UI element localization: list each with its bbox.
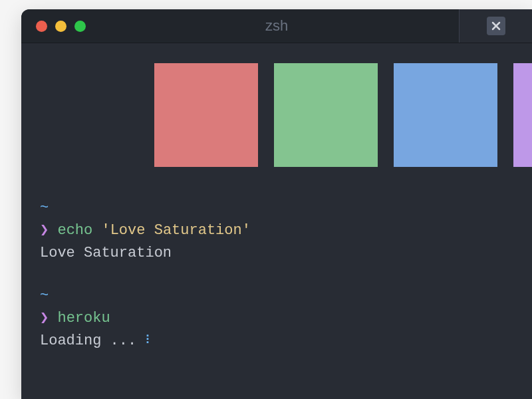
minimize-window-button[interactable] xyxy=(55,21,66,32)
command-name: echo xyxy=(57,222,92,239)
cwd-indicator: ~ xyxy=(40,287,49,304)
command-name: heroku xyxy=(57,310,110,327)
cwd-indicator: ~ xyxy=(40,200,49,216)
close-tab-button[interactable] xyxy=(487,17,505,35)
swatch-green xyxy=(274,63,378,167)
traffic-lights xyxy=(21,21,86,32)
terminal-content: ~ ❯ echo 'Love Saturation' Love Saturati… xyxy=(21,197,532,353)
command-block: ~ ❯ heroku Loading ... ⠇ xyxy=(40,285,532,352)
swatch-blue xyxy=(394,63,497,167)
close-window-button[interactable] xyxy=(36,21,47,32)
prompt-symbol: ❯ xyxy=(40,222,49,239)
swatch-red xyxy=(154,63,258,167)
command-output: Love Saturation xyxy=(40,242,532,265)
window-title: zsh xyxy=(21,17,532,35)
terminal-window: zsh ~ ❯ echo xyxy=(21,9,532,399)
loading-spinner-icon: ⠇ xyxy=(145,332,152,350)
terminal-body[interactable]: ~ ❯ echo 'Love Saturation' Love Saturati… xyxy=(21,43,532,353)
close-icon xyxy=(491,21,501,31)
command-block: ~ ❯ echo 'Love Saturation' Love Saturati… xyxy=(40,197,532,265)
maximize-window-button[interactable] xyxy=(74,21,86,32)
titlebar: zsh xyxy=(21,9,532,43)
color-swatches xyxy=(21,43,532,197)
command-output: Loading ... xyxy=(40,332,136,349)
tab-area xyxy=(459,9,532,43)
command-argument: 'Love Saturation' xyxy=(101,222,250,239)
swatch-purple xyxy=(513,63,532,167)
prompt-symbol: ❯ xyxy=(40,310,49,327)
